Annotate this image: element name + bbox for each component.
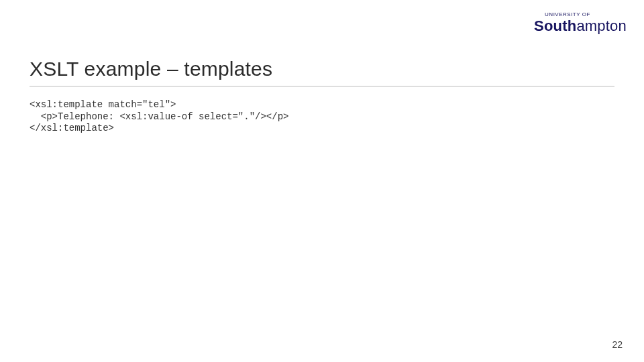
code-line: <p>Telephone: <xsl:value-of select="."/>… [30,111,288,123]
logo-name-rest: ampton [576,17,627,34]
logo-overline: UNIVERSITY OF [545,12,627,17]
title-underline [30,86,614,86]
logo-name-bold: South [534,17,576,34]
code-line: </xsl:template> [30,123,288,135]
code-line: <xsl:template match="tel"> [30,99,288,111]
page-number: 22 [612,339,623,350]
code-block: <xsl:template match="tel"> <p>Telephone:… [30,99,288,135]
university-logo: UNIVERSITY OF Southampton [534,12,627,34]
logo-name: Southampton [534,17,627,34]
slide-title: XSLT example – templates [30,58,272,80]
slide: UNIVERSITY OF Southampton XSLT example –… [0,0,644,362]
